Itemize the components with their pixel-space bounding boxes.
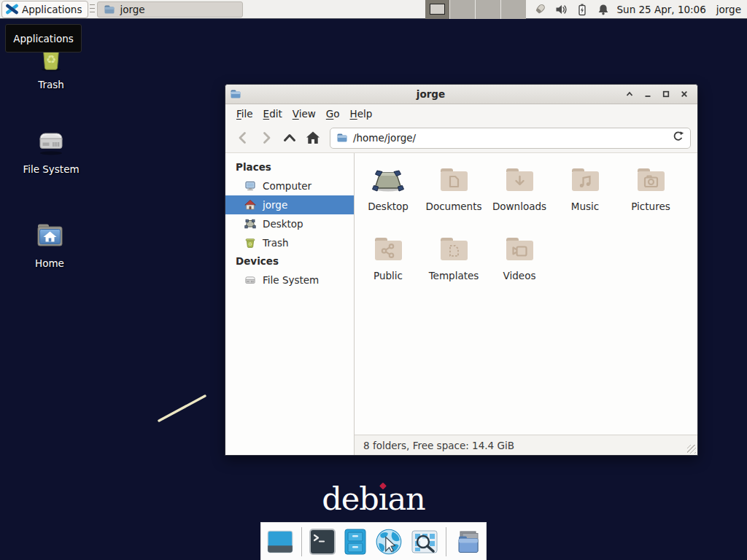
sidebar-item-jorge[interactable]: jorge — [225, 195, 354, 214]
menu-go[interactable]: Go — [321, 106, 345, 122]
desktop-icon-label: File System — [0, 163, 102, 175]
desktop-icon-file-system[interactable]: File System — [0, 123, 102, 175]
sidebar-item-label: File System — [263, 274, 319, 286]
desktop-icon-label: Home — [0, 257, 101, 269]
file-item-label: Music — [571, 201, 599, 212]
music-folder-icon — [568, 162, 603, 197]
window-title: jorge — [241, 88, 620, 100]
folder-icon — [104, 4, 115, 15]
panel-username[interactable]: jorge — [716, 4, 741, 15]
downloads-folder-icon — [502, 162, 537, 197]
file-grid: Desktop Documents — [355, 153, 697, 435]
desktop-screen: Applications jorge — [0, 0, 747, 560]
toolbar: /home/jorge/ — [225, 123, 697, 153]
workspace-1-active[interactable] — [425, 0, 450, 19]
input-device-tray-icon[interactable] — [533, 3, 546, 16]
workspace-3[interactable] — [475, 0, 500, 19]
debian-logo: debıan — [0, 481, 747, 517]
file-item-label: Pictures — [631, 201, 670, 212]
workspace-4[interactable] — [500, 0, 526, 19]
statusbar: 8 folders, Free space: 14.4 GiB — [355, 435, 697, 455]
battery-tray-icon[interactable] — [576, 3, 589, 16]
svg-text:♻: ♻ — [46, 52, 56, 66]
sidebar-item-computer[interactable]: Computer — [225, 176, 354, 195]
terminal-launcher[interactable] — [309, 528, 336, 556]
back-button[interactable] — [232, 128, 253, 148]
reload-button[interactable] — [672, 131, 684, 146]
menu-edit[interactable]: Edit — [258, 106, 287, 122]
window-folder-icon — [230, 88, 241, 100]
sidebar-item-trash[interactable]: ♻ Trash — [225, 233, 354, 252]
statusbar-text: 8 folders, Free space: 14.4 GiB — [363, 440, 514, 451]
file-item-label: Videos — [503, 270, 536, 281]
forward-button[interactable] — [255, 128, 276, 148]
file-item-videos[interactable]: Videos — [487, 229, 552, 298]
file-item-pictures[interactable]: Pictures — [618, 160, 684, 229]
home-icon — [244, 199, 256, 211]
volume-tray-icon[interactable] — [554, 3, 568, 16]
location-path-text[interactable]: /home/jorge/ — [353, 132, 667, 144]
taskbar-item-label: jorge — [120, 4, 144, 15]
notifications-bell-tray-icon[interactable] — [597, 3, 610, 16]
sidebar-places-header: Places — [225, 158, 354, 176]
computer-icon — [244, 180, 256, 192]
minimize-window-button[interactable] — [638, 86, 657, 102]
file-item-public[interactable]: Public — [355, 229, 421, 298]
pictures-folder-icon — [633, 162, 668, 197]
file-manager-window: jorge File Edit View Go Help — [225, 84, 698, 456]
window-resize-grip[interactable] — [687, 445, 696, 454]
desktop-icon-home[interactable]: Home — [0, 217, 101, 269]
sidebar-item-file-system[interactable]: File System — [225, 271, 354, 289]
dock-separator — [301, 527, 302, 556]
directory-menu-launcher[interactable] — [453, 528, 482, 556]
show-desktop-launcher[interactable] — [266, 527, 295, 556]
tooltip-text: Applications — [13, 33, 73, 44]
location-folder-icon — [336, 132, 348, 144]
templates-folder-icon — [436, 231, 471, 266]
close-window-button[interactable] — [675, 86, 693, 102]
sidebar-item-desktop[interactable]: Desktop — [225, 214, 354, 233]
top-panel: Applications jorge — [0, 0, 747, 19]
location-bar[interactable]: /home/jorge/ — [330, 128, 691, 149]
globe-browser-icon — [374, 527, 403, 556]
menubar: File Edit View Go Help — [225, 104, 697, 123]
workspace-2[interactable] — [449, 0, 475, 19]
applications-menu-button[interactable]: Applications — [1, 1, 88, 18]
application-finder-icon — [410, 528, 439, 556]
sidebar-item-label: Trash — [263, 237, 289, 249]
file-item-label: Templates — [429, 270, 479, 281]
sidebar: Places Computer — [225, 153, 355, 455]
menu-help[interactable]: Help — [345, 106, 378, 122]
web-browser-launcher[interactable] — [374, 527, 403, 556]
desktop-settings-icon — [266, 527, 295, 556]
file-manager-launcher[interactable] — [343, 528, 368, 556]
taskbar-item-jorge[interactable]: jorge — [97, 1, 243, 18]
desktop-icon-label: Trash — [0, 79, 102, 90]
workspace-window-thumbnail — [430, 4, 445, 15]
trash-small-icon: ♻ — [244, 237, 256, 249]
maximize-window-button[interactable] — [657, 86, 675, 102]
sidebar-item-label: Computer — [263, 180, 311, 192]
home-button[interactable] — [302, 128, 323, 148]
panel-drag-handle[interactable] — [90, 4, 95, 14]
shade-window-button[interactable] — [620, 86, 638, 102]
bottom-dock — [260, 522, 487, 560]
file-item-desktop[interactable]: Desktop — [355, 160, 421, 229]
file-item-templates[interactable]: Templates — [421, 229, 487, 298]
file-item-downloads[interactable]: Downloads — [487, 160, 552, 229]
window-titlebar[interactable]: jorge — [225, 85, 697, 104]
sidebar-item-label: Desktop — [263, 218, 303, 230]
file-item-label: Desktop — [368, 201, 409, 212]
menu-file[interactable]: File — [231, 106, 258, 122]
menu-view[interactable]: View — [287, 106, 321, 122]
file-cabinet-icon — [343, 528, 368, 556]
panel-clock[interactable]: Sun 25 Apr, 10:06 — [617, 4, 706, 15]
file-item-music[interactable]: Music — [552, 160, 618, 229]
file-item-label: Public — [374, 270, 403, 281]
folders-stack-icon — [453, 528, 482, 556]
system-tray — [533, 3, 610, 16]
app-finder-launcher[interactable] — [410, 528, 439, 556]
up-button[interactable] — [279, 128, 300, 148]
xfce-applications-icon — [6, 3, 18, 15]
file-item-documents[interactable]: Documents — [421, 160, 487, 229]
